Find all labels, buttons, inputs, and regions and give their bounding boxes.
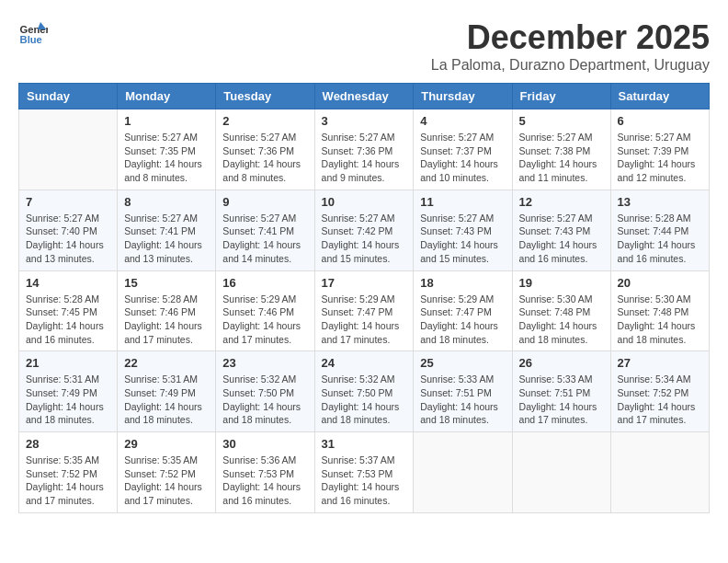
calendar-cell: 15Sunrise: 5:28 AMSunset: 7:46 PMDayligh… xyxy=(118,270,216,351)
day-info: Sunrise: 5:30 AMSunset: 7:48 PMDaylight:… xyxy=(618,293,702,347)
calendar-cell: 4Sunrise: 5:27 AMSunset: 7:37 PMDaylight… xyxy=(414,109,512,190)
day-header-tuesday: Tuesday xyxy=(216,84,314,109)
day-info: Sunrise: 5:27 AMSunset: 7:43 PMDaylight:… xyxy=(519,212,604,266)
calendar-cell: 28Sunrise: 5:35 AMSunset: 7:52 PMDayligh… xyxy=(19,432,118,513)
day-number: 7 xyxy=(26,195,110,209)
day-number: 24 xyxy=(322,356,407,370)
day-number: 1 xyxy=(124,114,209,128)
day-number: 13 xyxy=(618,195,702,209)
day-info: Sunrise: 5:32 AMSunset: 7:50 PMDaylight:… xyxy=(322,373,407,427)
day-info: Sunrise: 5:30 AMSunset: 7:48 PMDaylight:… xyxy=(519,293,604,347)
day-number: 8 xyxy=(124,195,209,209)
calendar-week-row: 7Sunrise: 5:27 AMSunset: 7:40 PMDaylight… xyxy=(19,190,710,270)
calendar-cell: 29Sunrise: 5:35 AMSunset: 7:52 PMDayligh… xyxy=(118,432,216,513)
calendar-cell: 25Sunrise: 5:33 AMSunset: 7:51 PMDayligh… xyxy=(414,351,512,432)
calendar-cell: 2Sunrise: 5:27 AMSunset: 7:36 PMDaylight… xyxy=(216,109,314,190)
day-number: 4 xyxy=(420,114,505,128)
day-number: 26 xyxy=(519,356,604,370)
day-info: Sunrise: 5:28 AMSunset: 7:46 PMDaylight:… xyxy=(124,293,209,347)
calendar-cell: 18Sunrise: 5:29 AMSunset: 7:47 PMDayligh… xyxy=(414,270,512,351)
logo: General Blue xyxy=(18,18,48,48)
calendar-cell xyxy=(512,432,610,513)
day-number: 3 xyxy=(322,114,407,128)
day-header-saturday: Saturday xyxy=(610,84,709,109)
day-info: Sunrise: 5:33 AMSunset: 7:51 PMDaylight:… xyxy=(420,373,505,427)
day-info: Sunrise: 5:27 AMSunset: 7:35 PMDaylight:… xyxy=(124,131,209,185)
calendar-week-row: 1Sunrise: 5:27 AMSunset: 7:35 PMDaylight… xyxy=(19,109,710,190)
calendar-cell: 1Sunrise: 5:27 AMSunset: 7:35 PMDaylight… xyxy=(118,109,216,190)
day-number: 31 xyxy=(322,437,407,451)
calendar-cell: 31Sunrise: 5:37 AMSunset: 7:53 PMDayligh… xyxy=(314,432,414,513)
page-header: General Blue December 2025 La Paloma, Du… xyxy=(18,18,710,74)
calendar-week-row: 14Sunrise: 5:28 AMSunset: 7:45 PMDayligh… xyxy=(19,270,710,351)
calendar-cell: 5Sunrise: 5:27 AMSunset: 7:38 PMDaylight… xyxy=(512,109,610,190)
day-number: 6 xyxy=(618,114,702,128)
day-info: Sunrise: 5:35 AMSunset: 7:52 PMDaylight:… xyxy=(26,454,110,508)
calendar-cell: 10Sunrise: 5:27 AMSunset: 7:42 PMDayligh… xyxy=(314,190,414,270)
day-info: Sunrise: 5:29 AMSunset: 7:46 PMDaylight:… xyxy=(222,293,307,347)
calendar-cell xyxy=(610,432,709,513)
day-number: 9 xyxy=(222,195,307,209)
day-info: Sunrise: 5:27 AMSunset: 7:43 PMDaylight:… xyxy=(420,212,505,266)
day-number: 27 xyxy=(618,356,702,370)
day-info: Sunrise: 5:27 AMSunset: 7:36 PMDaylight:… xyxy=(322,131,407,185)
location-title: La Paloma, Durazno Department, Uruguay xyxy=(431,57,710,74)
calendar-cell: 14Sunrise: 5:28 AMSunset: 7:45 PMDayligh… xyxy=(19,270,118,351)
calendar-header-row: SundayMondayTuesdayWednesdayThursdayFrid… xyxy=(19,84,710,109)
day-info: Sunrise: 5:37 AMSunset: 7:53 PMDaylight:… xyxy=(322,454,407,508)
day-number: 17 xyxy=(322,276,407,290)
day-number: 15 xyxy=(124,276,209,290)
day-header-friday: Friday xyxy=(512,84,610,109)
day-info: Sunrise: 5:28 AMSunset: 7:44 PMDaylight:… xyxy=(618,212,702,266)
day-number: 19 xyxy=(519,276,604,290)
calendar-cell: 8Sunrise: 5:27 AMSunset: 7:41 PMDaylight… xyxy=(118,190,216,270)
day-info: Sunrise: 5:33 AMSunset: 7:51 PMDaylight:… xyxy=(519,373,604,427)
day-info: Sunrise: 5:36 AMSunset: 7:53 PMDaylight:… xyxy=(222,454,307,508)
day-info: Sunrise: 5:27 AMSunset: 7:38 PMDaylight:… xyxy=(519,131,604,185)
day-info: Sunrise: 5:27 AMSunset: 7:37 PMDaylight:… xyxy=(420,131,505,185)
day-number: 18 xyxy=(420,276,505,290)
calendar-cell: 26Sunrise: 5:33 AMSunset: 7:51 PMDayligh… xyxy=(512,351,610,432)
day-info: Sunrise: 5:35 AMSunset: 7:52 PMDaylight:… xyxy=(124,454,209,508)
calendar-table: SundayMondayTuesdayWednesdayThursdayFrid… xyxy=(18,83,710,513)
day-info: Sunrise: 5:29 AMSunset: 7:47 PMDaylight:… xyxy=(420,293,505,347)
day-info: Sunrise: 5:32 AMSunset: 7:50 PMDaylight:… xyxy=(222,373,307,427)
calendar-week-row: 21Sunrise: 5:31 AMSunset: 7:49 PMDayligh… xyxy=(19,351,710,432)
day-header-thursday: Thursday xyxy=(414,84,512,109)
calendar-cell: 17Sunrise: 5:29 AMSunset: 7:47 PMDayligh… xyxy=(314,270,414,351)
calendar-cell: 7Sunrise: 5:27 AMSunset: 7:40 PMDaylight… xyxy=(19,190,118,270)
day-number: 14 xyxy=(26,276,110,290)
calendar-week-row: 28Sunrise: 5:35 AMSunset: 7:52 PMDayligh… xyxy=(19,432,710,513)
calendar-cell: 16Sunrise: 5:29 AMSunset: 7:46 PMDayligh… xyxy=(216,270,314,351)
day-number: 25 xyxy=(420,356,505,370)
day-header-sunday: Sunday xyxy=(19,84,118,109)
day-info: Sunrise: 5:31 AMSunset: 7:49 PMDaylight:… xyxy=(26,373,110,427)
calendar-cell: 19Sunrise: 5:30 AMSunset: 7:48 PMDayligh… xyxy=(512,270,610,351)
day-number: 20 xyxy=(618,276,702,290)
calendar-cell: 24Sunrise: 5:32 AMSunset: 7:50 PMDayligh… xyxy=(314,351,414,432)
day-info: Sunrise: 5:27 AMSunset: 7:42 PMDaylight:… xyxy=(322,212,407,266)
day-number: 5 xyxy=(519,114,604,128)
day-header-monday: Monday xyxy=(118,84,216,109)
day-number: 11 xyxy=(420,195,505,209)
day-info: Sunrise: 5:29 AMSunset: 7:47 PMDaylight:… xyxy=(322,293,407,347)
calendar-cell: 3Sunrise: 5:27 AMSunset: 7:36 PMDaylight… xyxy=(314,109,414,190)
calendar-cell: 27Sunrise: 5:34 AMSunset: 7:52 PMDayligh… xyxy=(610,351,709,432)
calendar-cell xyxy=(19,109,118,190)
day-number: 30 xyxy=(222,437,307,451)
day-number: 16 xyxy=(222,276,307,290)
calendar-cell: 21Sunrise: 5:31 AMSunset: 7:49 PMDayligh… xyxy=(19,351,118,432)
calendar-cell: 13Sunrise: 5:28 AMSunset: 7:44 PMDayligh… xyxy=(610,190,709,270)
logo-icon: General Blue xyxy=(18,18,48,48)
calendar-cell: 12Sunrise: 5:27 AMSunset: 7:43 PMDayligh… xyxy=(512,190,610,270)
calendar-cell: 23Sunrise: 5:32 AMSunset: 7:50 PMDayligh… xyxy=(216,351,314,432)
day-info: Sunrise: 5:27 AMSunset: 7:41 PMDaylight:… xyxy=(124,212,209,266)
day-info: Sunrise: 5:27 AMSunset: 7:40 PMDaylight:… xyxy=(26,212,110,266)
day-info: Sunrise: 5:27 AMSunset: 7:36 PMDaylight:… xyxy=(222,131,307,185)
day-info: Sunrise: 5:34 AMSunset: 7:52 PMDaylight:… xyxy=(618,373,702,427)
day-number: 22 xyxy=(124,356,209,370)
day-number: 28 xyxy=(26,437,110,451)
day-number: 23 xyxy=(222,356,307,370)
day-info: Sunrise: 5:27 AMSunset: 7:39 PMDaylight:… xyxy=(618,131,702,185)
day-info: Sunrise: 5:28 AMSunset: 7:45 PMDaylight:… xyxy=(26,293,110,347)
